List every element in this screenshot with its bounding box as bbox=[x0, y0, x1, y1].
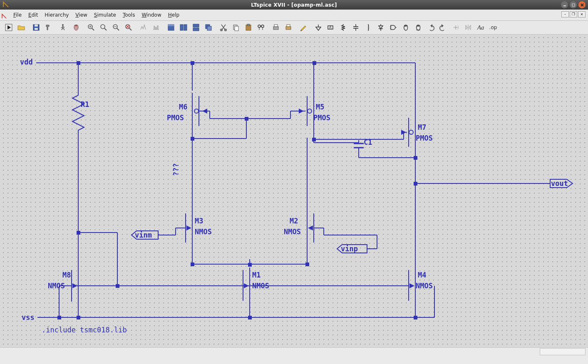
place-component-button[interactable] bbox=[388, 22, 399, 33]
net-label-vinm[interactable]: vinm bbox=[135, 231, 152, 239]
ground-button[interactable] bbox=[313, 22, 324, 33]
tile-vert-button[interactable] bbox=[178, 22, 189, 33]
net-label-vss[interactable]: vss bbox=[22, 313, 35, 322]
resistor-button[interactable] bbox=[338, 22, 349, 33]
fft-button[interactable] bbox=[151, 22, 161, 33]
net-label-button[interactable]: A bbox=[325, 22, 336, 33]
menu-help[interactable]: Help bbox=[165, 11, 183, 19]
find-button[interactable] bbox=[256, 22, 266, 33]
menu-tools[interactable]: Tools bbox=[119, 11, 139, 19]
spice-directive-button[interactable]: .op bbox=[488, 22, 499, 33]
menu-view[interactable]: View bbox=[72, 11, 90, 19]
svg-point-128 bbox=[194, 109, 198, 113]
status-bar bbox=[0, 347, 588, 356]
zoom-in-button[interactable] bbox=[86, 22, 97, 33]
svg-marker-47 bbox=[316, 27, 321, 30]
unknown-text: ??? bbox=[172, 163, 180, 176]
zoom-pan-button[interactable] bbox=[98, 22, 109, 33]
net-label-vout[interactable]: vout bbox=[551, 179, 568, 188]
zoom-fit-button[interactable] bbox=[123, 22, 134, 33]
tile-windows-button[interactable] bbox=[166, 22, 176, 33]
svg-rect-36 bbox=[247, 24, 250, 26]
model-M1[interactable]: NMOS bbox=[252, 282, 269, 290]
window-minimize-button[interactable] bbox=[561, 1, 568, 8]
control-panel-button[interactable] bbox=[43, 22, 54, 33]
component-C1[interactable]: C1 bbox=[364, 138, 372, 146]
component-M2[interactable]: M2 bbox=[290, 217, 298, 225]
mdi-close-button[interactable]: × bbox=[578, 11, 586, 17]
zoom-out-button[interactable] bbox=[111, 22, 122, 33]
mdi-minimize-button[interactable]: – bbox=[561, 11, 569, 17]
svg-rect-45 bbox=[287, 25, 290, 27]
move-button[interactable] bbox=[400, 22, 411, 33]
rotate-button[interactable] bbox=[450, 22, 461, 33]
print-button[interactable] bbox=[270, 22, 281, 33]
draw-wire-button[interactable] bbox=[298, 22, 309, 33]
svg-rect-64 bbox=[77, 61, 80, 65]
component-M8[interactable]: M8 bbox=[62, 271, 71, 279]
svg-rect-34 bbox=[235, 26, 238, 31]
redo-button[interactable] bbox=[438, 22, 449, 33]
window-title: LTspice XVII - [opamp-ml.asc] bbox=[251, 2, 337, 8]
svg-marker-129 bbox=[202, 109, 207, 114]
cut-button[interactable] bbox=[218, 22, 229, 33]
svg-marker-55 bbox=[379, 26, 383, 29]
open-button[interactable] bbox=[16, 22, 27, 33]
run-button[interactable] bbox=[3, 22, 14, 33]
model-M6[interactable]: PMOS bbox=[167, 114, 184, 122]
net-label-vdd[interactable]: vdd bbox=[20, 58, 33, 66]
svg-rect-8 bbox=[35, 28, 38, 30]
save-button[interactable] bbox=[31, 22, 42, 33]
model-M8[interactable]: NMOS bbox=[48, 282, 65, 290]
svg-rect-25 bbox=[180, 25, 183, 30]
place-text-button[interactable]: Aa bbox=[475, 22, 486, 33]
menu-window[interactable]: Window bbox=[138, 11, 164, 19]
menu-hierarchy[interactable]: Hierarchy bbox=[41, 11, 72, 19]
mirror-button[interactable] bbox=[463, 22, 474, 33]
copy-button[interactable] bbox=[231, 22, 241, 33]
diode-button[interactable] bbox=[375, 22, 386, 33]
tile-horiz-button[interactable] bbox=[191, 22, 201, 33]
component-M6[interactable]: M6 bbox=[179, 103, 187, 111]
svg-rect-66 bbox=[313, 61, 316, 65]
model-M7[interactable]: PMOS bbox=[416, 134, 433, 142]
schematic-canvas-area: ??? vdd vss vout vinm vinp R1 M6 PMOS M5… bbox=[0, 35, 588, 356]
component-M1[interactable]: M1 bbox=[252, 271, 261, 279]
component-M3[interactable]: M3 bbox=[195, 217, 203, 225]
window-maximize-button[interactable] bbox=[570, 1, 577, 8]
undo-button[interactable] bbox=[425, 22, 436, 33]
menu-simulate[interactable]: Simulate bbox=[91, 11, 119, 19]
capacitor-button[interactable] bbox=[350, 22, 361, 33]
model-M5[interactable]: PMOS bbox=[313, 114, 330, 122]
component-R1[interactable]: R1 bbox=[81, 100, 89, 109]
svg-line-17 bbox=[117, 28, 119, 30]
model-M4[interactable]: NMOS bbox=[416, 282, 433, 290]
component-M5[interactable]: M5 bbox=[316, 103, 324, 111]
schematic-canvas[interactable]: ??? vdd vss vout vinm vinp R1 M6 PMOS M5… bbox=[1, 35, 587, 356]
print-setup-button[interactable] bbox=[283, 22, 294, 33]
menu-file[interactable]: File bbox=[10, 11, 25, 19]
svg-rect-30 bbox=[207, 26, 211, 30]
svg-rect-84 bbox=[57, 316, 61, 319]
inductor-button[interactable] bbox=[363, 22, 374, 33]
svg-rect-43 bbox=[274, 25, 278, 27]
autorange-button[interactable] bbox=[138, 22, 149, 33]
spice-directive[interactable]: .include tsmc018.lib bbox=[42, 326, 127, 334]
mdi-restore-button[interactable]: ❐ bbox=[570, 11, 577, 17]
halt-button[interactable] bbox=[71, 22, 82, 33]
svg-rect-27 bbox=[193, 24, 199, 27]
simulate-run-button[interactable] bbox=[58, 22, 69, 33]
svg-marker-106 bbox=[186, 225, 191, 230]
paste-button[interactable] bbox=[243, 22, 254, 33]
window-close-button[interactable] bbox=[578, 1, 586, 8]
svg-rect-110 bbox=[191, 137, 194, 141]
model-M3[interactable]: NMOS bbox=[195, 228, 212, 236]
cascade-button[interactable] bbox=[203, 22, 214, 33]
net-label-vinp[interactable]: vinp bbox=[341, 245, 358, 253]
component-M7[interactable]: M7 bbox=[418, 123, 426, 131]
model-M2[interactable]: NMOS bbox=[284, 228, 301, 236]
menu-edit[interactable]: Edit bbox=[25, 11, 41, 19]
drag-button[interactable] bbox=[413, 22, 424, 33]
component-M4[interactable]: M4 bbox=[418, 271, 426, 279]
status-cell bbox=[540, 348, 586, 355]
